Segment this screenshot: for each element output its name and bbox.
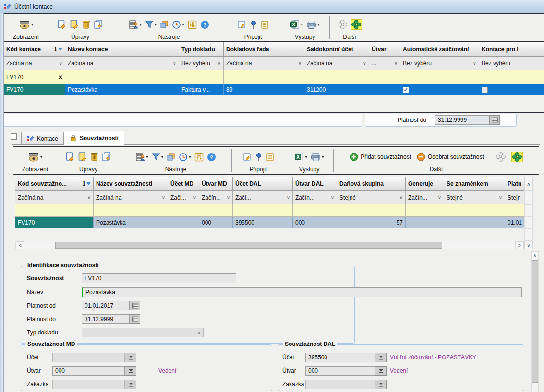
utvar-md-field[interactable]: 000	[52, 366, 125, 376]
search-row-cell[interactable]	[233, 204, 293, 217]
checkbox-automaticke-zauctovani[interactable]	[403, 87, 409, 93]
search-row-cell[interactable]	[179, 70, 224, 84]
column-header[interactable]: Útvar	[369, 42, 400, 57]
note-button[interactable]	[242, 153, 252, 162]
vertical-scrollbar[interactable]	[524, 228, 533, 241]
souvztaznost-field[interactable]: FV170	[82, 273, 236, 283]
filter-dropdown[interactable]: Stejn	[505, 191, 524, 204]
copy-structure-button[interactable]	[160, 20, 169, 29]
column-header[interactable]: Útvar DAL	[293, 177, 337, 191]
search-row-cell[interactable]	[94, 204, 168, 217]
filter-dropdown[interactable]: Zači...∨	[168, 191, 199, 204]
search-row-cell[interactable]	[369, 70, 400, 84]
filter-dropdown[interactable]: Začín...∨	[199, 191, 233, 204]
delete-record-button[interactable]	[82, 20, 90, 29]
scroll-left-button[interactable]: <	[16, 241, 24, 249]
filter-dropdown[interactable]: Stejné∨	[337, 191, 406, 204]
zakazka-md-field[interactable]	[52, 380, 125, 389]
pin-button[interactable]	[255, 153, 263, 162]
help-button[interactable]: ?	[200, 20, 209, 29]
scroll-right-button[interactable]: >	[515, 241, 524, 249]
copy-structure-button[interactable]	[167, 153, 175, 161]
column-header[interactable]: Kód kontace1	[4, 42, 65, 57]
tasklist-button[interactable]	[261, 20, 269, 29]
scheduler-button[interactable]: ▾	[172, 20, 184, 29]
nazev-field[interactable]: Pozastávka	[82, 287, 522, 297]
ucet-md-field[interactable]	[52, 353, 125, 362]
search-row-cell[interactable]	[400, 70, 479, 84]
table-row[interactable]: FV170 Pozastávka 000 395500 000 57 01.01	[15, 217, 533, 228]
filter-dropdown[interactable]: Začíná na∨	[65, 57, 179, 70]
filter-button[interactable]: ▾	[145, 20, 157, 29]
lookup-button[interactable]	[375, 353, 387, 362]
lookup-button[interactable]	[375, 366, 387, 376]
filter-dropdown[interactable]: Začín...∨	[293, 191, 337, 204]
table-row[interactable]: FV170 Pozastávka Faktura v... 89 311200	[4, 84, 544, 95]
search-row-cell[interactable]	[304, 70, 369, 84]
pin-button[interactable]	[250, 20, 257, 29]
tab-souvztaznosti[interactable]: Souvztažnosti	[64, 131, 124, 145]
edit-record-button[interactable]	[78, 152, 87, 162]
platnost-od-field[interactable]: 01.01.2017	[82, 301, 130, 310]
zakazka-dal-field[interactable]	[305, 380, 375, 389]
filter-dropdown[interactable]: Bez výběru∨	[179, 57, 224, 70]
column-header[interactable]: Název souvztažnosti	[94, 177, 168, 191]
column-header[interactable]: Účet MD	[168, 177, 199, 191]
filter-dropdown[interactable]: Začíná na∨	[15, 191, 94, 204]
note-button[interactable]	[237, 20, 246, 29]
export-excel-button[interactable]: X▾	[294, 152, 307, 162]
clover-active-button[interactable]	[351, 19, 362, 30]
platnost-do-field[interactable]: 31.12.9999	[82, 314, 130, 324]
tab-kontace[interactable]: Kontace	[21, 132, 64, 144]
column-header[interactable]: Typ dokladu	[179, 42, 224, 57]
filter-dropdown[interactable]: Bez výběru	[479, 57, 544, 70]
lookup-button[interactable]	[375, 380, 387, 389]
search-row-cell[interactable]	[168, 204, 199, 217]
edit-record-button[interactable]	[70, 20, 79, 29]
search-row-cell[interactable]	[444, 204, 505, 217]
filter-dropdown[interactable]: Bez výběru∨	[400, 57, 479, 70]
copy-record-button[interactable]	[94, 20, 103, 29]
search-row-cell[interactable]	[505, 204, 524, 217]
column-header[interactable]: Daňová skupina	[337, 177, 406, 191]
new-record-button[interactable]	[65, 152, 74, 162]
search-row-cell[interactable]	[224, 70, 304, 84]
filter-dropdown[interactable]: Zači...∨	[233, 191, 293, 204]
search-row-cell[interactable]: FV170×	[4, 70, 65, 84]
filter-dropdown[interactable]: Začíná na∨	[304, 57, 369, 70]
calendar-button[interactable]	[130, 301, 140, 310]
clover-inactive-button[interactable]	[496, 152, 506, 162]
settings-button[interactable]	[194, 153, 204, 162]
checkbox-kontace-pro[interactable]	[482, 87, 488, 93]
filter-dropdown[interactable]: ...∨	[369, 57, 400, 70]
clover-inactive-button[interactable]	[338, 20, 347, 29]
column-header[interactable]: Dokladová řada	[224, 42, 304, 57]
horizontal-scroll-thumb[interactable]	[55, 242, 442, 249]
new-record-button[interactable]	[57, 20, 66, 29]
scroll-down-button[interactable]: ∨	[524, 241, 533, 249]
column-header[interactable]: Účet DAL	[233, 177, 293, 191]
search-row-cell[interactable]	[65, 70, 179, 84]
search-row-cell[interactable]	[293, 204, 337, 217]
vertical-scrollbar[interactable]	[524, 217, 533, 228]
column-header[interactable]: Se znaménkem	[444, 177, 505, 191]
lookup-button[interactable]	[125, 366, 136, 376]
filter-dropdown[interactable]: Začíná na∨	[94, 191, 168, 204]
float-panel-checkbox[interactable]	[11, 133, 17, 140]
export-excel-button[interactable]: X▾	[290, 20, 303, 29]
filter-dropdown[interactable]: Začín...∨	[406, 191, 444, 204]
column-header[interactable]: Platn	[505, 177, 524, 191]
ucet-dal-field[interactable]: 395500	[305, 353, 375, 362]
column-header[interactable]: Generuje	[406, 177, 444, 191]
help-button[interactable]: ?	[207, 153, 216, 162]
lookup-button[interactable]	[125, 353, 136, 362]
clover-active-button[interactable]	[511, 152, 523, 162]
filter-dropdown[interactable]: Stejné∨	[444, 191, 505, 204]
horizontal-scrollbar[interactable]: < >	[15, 241, 524, 249]
column-header[interactable]: Kontace pro i	[479, 42, 544, 57]
filter-dropdown[interactable]: Začíná na∨	[4, 57, 65, 70]
search-row-cell[interactable]	[479, 70, 544, 84]
search-row-cell[interactable]	[15, 204, 94, 217]
scheduler-button[interactable]: ▾	[179, 153, 191, 162]
vertical-scroll-thumb[interactable]	[532, 260, 538, 383]
